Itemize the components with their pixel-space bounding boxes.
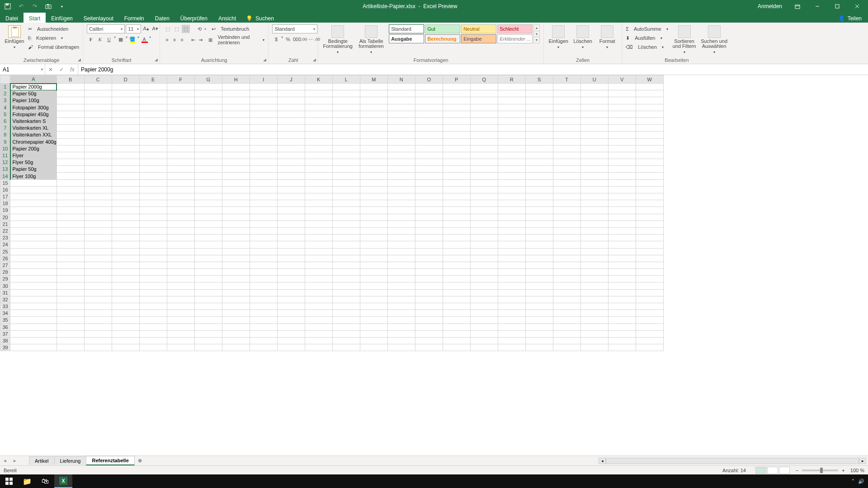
cell-N27[interactable]	[387, 262, 415, 268]
cell-T19[interactable]	[553, 207, 580, 214]
cell-V15[interactable]	[608, 179, 636, 186]
col-header-N[interactable]: N	[387, 75, 415, 84]
view-normal-icon[interactable]	[755, 467, 766, 474]
cell-R37[interactable]	[498, 330, 525, 337]
cell-U4[interactable]	[580, 104, 608, 111]
cell-D19[interactable]	[112, 207, 139, 214]
cell-W5[interactable]	[636, 111, 663, 117]
cell-F4[interactable]	[167, 104, 194, 111]
cell-M38[interactable]	[360, 337, 387, 344]
cell-P31[interactable]	[443, 289, 470, 296]
cell-P5[interactable]	[443, 111, 470, 117]
cell-F37[interactable]	[167, 330, 194, 337]
cell-R27[interactable]	[498, 262, 525, 268]
cell-F6[interactable]	[167, 117, 194, 124]
cell-I37[interactable]	[250, 330, 277, 337]
cell-I32[interactable]	[250, 296, 277, 303]
cell-H28[interactable]	[222, 269, 250, 276]
cell-F9[interactable]	[167, 138, 194, 145]
cell-I27[interactable]	[250, 262, 277, 268]
cell-Q1[interactable]	[470, 84, 498, 90]
cell-M34[interactable]	[360, 310, 387, 317]
cell-Q9[interactable]	[470, 138, 498, 145]
cell-U12[interactable]	[580, 159, 608, 166]
cell-W26[interactable]	[636, 255, 663, 262]
style-berechnung[interactable]: Berechnung	[425, 34, 460, 43]
cell-J19[interactable]	[277, 207, 305, 214]
cell-D22[interactable]	[112, 227, 139, 234]
paste-button[interactable]: Einfügen▾	[4, 24, 25, 50]
cell-I12[interactable]	[250, 159, 277, 166]
row-header-20[interactable]: 20	[0, 214, 10, 221]
cell-L24[interactable]	[332, 241, 360, 248]
cell-H33[interactable]	[222, 303, 250, 310]
tab-pagelayout[interactable]: Seitenlayout	[78, 13, 119, 23]
cell-O13[interactable]	[415, 166, 443, 173]
cell-V30[interactable]	[608, 282, 636, 289]
cell-T13[interactable]	[553, 166, 580, 173]
cell-H3[interactable]	[222, 97, 250, 104]
cell-G38[interactable]	[194, 337, 222, 344]
cell-O2[interactable]	[415, 90, 443, 97]
cell-P30[interactable]	[443, 282, 470, 289]
col-header-S[interactable]: S	[525, 75, 553, 84]
cell-B5[interactable]	[57, 111, 84, 117]
cell-C1[interactable]	[84, 84, 112, 90]
cell-S29[interactable]	[525, 276, 553, 282]
cell-Q26[interactable]	[470, 255, 498, 262]
cell-P14[interactable]	[443, 173, 470, 179]
add-sheet-icon[interactable]: ⊕	[134, 458, 146, 464]
cell-B38[interactable]	[57, 337, 84, 344]
cell-E10[interactable]	[139, 145, 167, 152]
cell-W37[interactable]	[636, 330, 663, 337]
cell-C17[interactable]	[84, 193, 112, 200]
cell-O12[interactable]	[415, 159, 443, 166]
cell-M28[interactable]	[360, 269, 387, 276]
col-header-K[interactable]: K	[305, 75, 332, 84]
taskbar-store-icon[interactable]: 🛍	[36, 474, 54, 488]
cell-W13[interactable]	[636, 166, 663, 173]
cell-N39[interactable]	[387, 344, 415, 351]
cell-C26[interactable]	[84, 255, 112, 262]
cell-E35[interactable]	[139, 317, 167, 324]
cell-N36[interactable]	[387, 324, 415, 330]
cell-W3[interactable]	[636, 97, 663, 104]
cell-F19[interactable]	[167, 207, 194, 214]
cell-S11[interactable]	[525, 152, 553, 159]
cell-V1[interactable]	[608, 84, 636, 90]
cell-V37[interactable]	[608, 330, 636, 337]
cell-N32[interactable]	[387, 296, 415, 303]
cell-T38[interactable]	[553, 337, 580, 344]
cell-D23[interactable]	[112, 235, 139, 241]
cell-D5[interactable]	[112, 111, 139, 117]
cell-W10[interactable]	[636, 145, 663, 152]
cell-G33[interactable]	[194, 303, 222, 310]
cell-O19[interactable]	[415, 207, 443, 214]
cell-V28[interactable]	[608, 269, 636, 276]
cell-M4[interactable]	[360, 104, 387, 111]
cell-F39[interactable]	[167, 344, 194, 351]
cell-A15[interactable]	[10, 179, 57, 186]
fill-button[interactable]: ⬇ Ausfüllen ▾	[626, 33, 668, 42]
cell-O1[interactable]	[415, 84, 443, 90]
format-cells-button[interactable]: Format▾	[596, 24, 618, 50]
cell-M33[interactable]	[360, 303, 387, 310]
cell-C23[interactable]	[84, 235, 112, 241]
cell-R25[interactable]	[498, 248, 525, 255]
name-box[interactable]: A1▾	[0, 64, 45, 75]
cell-K19[interactable]	[305, 207, 332, 214]
cell-N11[interactable]	[387, 152, 415, 159]
cell-O26[interactable]	[415, 255, 443, 262]
cell-T15[interactable]	[553, 179, 580, 186]
cell-C31[interactable]	[84, 289, 112, 296]
cell-U13[interactable]	[580, 166, 608, 173]
cell-T37[interactable]	[553, 330, 580, 337]
cell-T18[interactable]	[553, 200, 580, 207]
cell-M20[interactable]	[360, 214, 387, 221]
cell-M31[interactable]	[360, 289, 387, 296]
cell-A30[interactable]	[10, 282, 57, 289]
cell-C14[interactable]	[84, 173, 112, 179]
cell-S5[interactable]	[525, 111, 553, 117]
cell-F18[interactable]	[167, 200, 194, 207]
col-header-T[interactable]: T	[553, 75, 580, 84]
